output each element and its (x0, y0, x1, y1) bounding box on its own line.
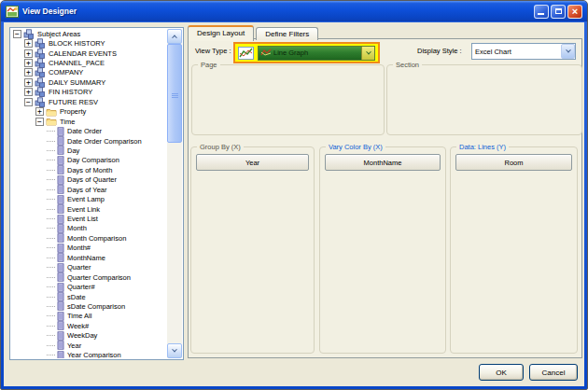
tree-item[interactable]: Month (11, 224, 167, 233)
page-dropzone[interactable]: Page (191, 64, 385, 135)
scrollbar-thumb[interactable] (167, 44, 182, 143)
data-lines-label: Data: Lines (Y) (456, 143, 509, 151)
tree-item[interactable]: Quarter (11, 263, 167, 272)
tree-item-label: Days of Month (67, 166, 112, 174)
tree-connector (47, 335, 55, 336)
page-label: Page (198, 61, 220, 69)
tree-connector (47, 150, 55, 151)
tree-item[interactable]: Event Link (11, 204, 167, 214)
tree-connector (47, 267, 55, 268)
expand-icon[interactable]: + (24, 68, 33, 77)
tree-item[interactable]: Quarter# (11, 282, 167, 291)
cube-icon (35, 49, 46, 59)
field-monthname[interactable]: MonthName (325, 154, 441, 171)
maximize-button[interactable] (551, 5, 566, 19)
tree-item[interactable]: Month# (11, 244, 167, 253)
tree-item[interactable]: +CALENDAR EVENTS (11, 49, 167, 58)
tree-item[interactable]: −Time (11, 117, 167, 126)
tree-indent (11, 63, 24, 63)
tree-item[interactable]: Event Lamp (11, 194, 167, 203)
tree-item[interactable]: +DAILY SUMMARY (11, 77, 167, 87)
group-by-dropzone[interactable]: Group By (X) Year (190, 146, 315, 354)
collapse-icon[interactable]: − (35, 118, 44, 126)
tree-connector (47, 179, 55, 180)
view-type-label: View Type : (195, 47, 231, 55)
tree-indent (11, 91, 24, 92)
tree-item[interactable]: WeekDay (11, 331, 167, 341)
tree-item[interactable]: sDate (11, 292, 167, 301)
tree-item[interactable]: +Property (11, 107, 167, 117)
view-designer-dialog: View Designer × −Subject Areas+BLOCK HIS… (0, 0, 588, 390)
expand-icon[interactable]: + (24, 49, 33, 58)
tree-scrollbar[interactable] (167, 29, 182, 358)
close-button[interactable]: × (567, 5, 582, 19)
tree-item[interactable]: Days of Quarter (11, 175, 167, 185)
tree-item[interactable]: Days of Year (11, 185, 167, 194)
view-type-dropdown-button[interactable] (361, 47, 374, 60)
tree-indent (11, 209, 47, 210)
tree-item-label: Days of Year (67, 186, 107, 194)
tab-define-filters[interactable]: Define Filters (256, 27, 318, 40)
collapse-icon[interactable]: − (24, 98, 33, 106)
field-year[interactable]: Year (196, 154, 309, 171)
tree-item-label: Event Lamp (67, 195, 105, 203)
tree-item[interactable]: Day Comparison (11, 156, 167, 165)
tree-indent (11, 53, 24, 54)
vary-color-dropzone[interactable]: Vary Color By (X) MonthName (319, 146, 446, 354)
tree-indent (11, 228, 47, 229)
tree-item[interactable]: Date Order (11, 126, 167, 135)
tree-item[interactable]: Quarter Comparison (11, 272, 167, 282)
titlebar[interactable]: View Designer × (1, 1, 587, 21)
tree-connector (47, 297, 55, 298)
data-lines-dropzone[interactable]: Data: Lines (Y) Room (450, 146, 578, 354)
field-room[interactable]: Room (455, 154, 572, 171)
expand-icon[interactable]: + (24, 78, 33, 87)
tree-item[interactable]: Month Comparison (11, 233, 167, 243)
tree-item[interactable]: Days of Month (11, 165, 167, 174)
field-icon (57, 321, 64, 330)
tree-item[interactable]: −Subject Areas (11, 29, 167, 38)
tree-item[interactable]: Week# (11, 321, 167, 330)
scroll-down-button[interactable] (167, 343, 182, 358)
tree-indent (11, 170, 47, 171)
cancel-button[interactable]: Cancel (529, 364, 578, 381)
tree-item[interactable]: +BLOCK HISTORY (11, 38, 167, 48)
tree-item-label: Event List (67, 215, 98, 223)
minimize-button[interactable] (534, 5, 549, 19)
field-icon (57, 136, 64, 146)
tree-item[interactable]: Event List (11, 214, 167, 223)
expand-icon[interactable]: + (24, 59, 33, 67)
field-icon (57, 253, 64, 262)
tree-item[interactable]: +FIN HISTORY (11, 88, 167, 97)
display-style-select[interactable]: Excel Chart (471, 43, 576, 60)
vary-color-label: Vary Color By (X) (326, 143, 385, 151)
scroll-up-button[interactable] (167, 29, 182, 44)
expand-icon[interactable]: + (24, 39, 33, 48)
expand-icon[interactable]: + (24, 88, 33, 96)
tree-item[interactable]: sDate Comparison (11, 301, 167, 311)
tree-indent (11, 43, 24, 44)
collapse-icon[interactable]: − (13, 30, 21, 38)
tree-indent (11, 131, 47, 132)
tree-item[interactable]: Day (11, 146, 167, 155)
field-icon (57, 272, 64, 282)
tree-indent (11, 141, 47, 142)
ok-button[interactable]: OK (479, 364, 524, 381)
view-type-select[interactable]: Line Graph (258, 46, 375, 61)
section-dropzone[interactable]: Section (386, 64, 582, 135)
tree-item[interactable]: Year (11, 341, 167, 350)
tree-connector (47, 189, 55, 190)
tree-item-label: Event Link (67, 205, 100, 214)
display-style-dropdown-button[interactable] (561, 44, 575, 59)
field-icon (57, 341, 64, 350)
tree-item[interactable]: Year Comparison (11, 350, 167, 358)
expand-icon[interactable]: + (35, 107, 44, 116)
tree-item[interactable]: MonthName (11, 253, 167, 262)
tree-item[interactable]: Time All (11, 312, 167, 321)
tree-item[interactable]: Date Order Comparison (11, 136, 167, 146)
tree-item[interactable]: +CHANNEL_PACE (11, 58, 167, 67)
tree-indent (11, 111, 35, 112)
tab-design-layout[interactable]: Design Layout (188, 25, 254, 41)
tree-item[interactable]: +COMPANY (11, 68, 167, 77)
tree-item[interactable]: −FUTURE RESV (11, 97, 167, 106)
